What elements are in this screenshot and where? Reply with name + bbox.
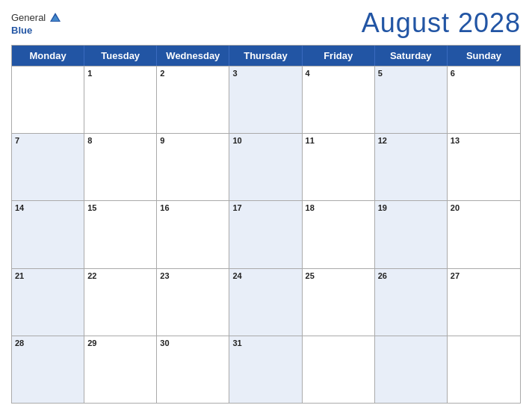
cal-cell: 6: [448, 67, 520, 133]
header-day-wednesday: Wednesday: [157, 46, 229, 66]
calendar-body: 0123456789101112131415161718192021222324…: [12, 66, 520, 403]
calendar: MondayTuesdayWednesdayThursdayFridaySatu…: [11, 45, 521, 404]
day-number: 3: [229, 67, 301, 80]
cal-cell: 24: [229, 269, 302, 336]
day-number: 28: [12, 336, 84, 350]
cal-cell: 0: [448, 336, 520, 403]
day-number: 24: [229, 269, 301, 282]
cal-cell: 19: [375, 201, 448, 268]
day-number: 13: [448, 134, 520, 147]
cal-cell: 23: [157, 269, 229, 336]
month-title: August 2028: [362, 7, 521, 39]
header-day-sunday: Sunday: [448, 46, 520, 66]
day-number: 21: [12, 269, 84, 282]
day-number: 14: [12, 201, 84, 214]
cal-cell: 0: [303, 336, 375, 403]
page: General Blue August 2028 MondayTuesdayWe…: [0, 0, 532, 411]
logo-general-text: General: [11, 12, 46, 23]
header-day-friday: Friday: [303, 46, 375, 66]
cal-cell: 0: [12, 67, 84, 133]
day-number: 31: [229, 336, 301, 350]
header-day-thursday: Thursday: [229, 46, 302, 66]
header-day-saturday: Saturday: [375, 46, 448, 66]
cal-cell: 29: [84, 336, 157, 403]
cal-cell: 7: [12, 134, 84, 200]
cal-cell: 17: [229, 201, 302, 268]
day-number: 27: [448, 269, 520, 282]
day-number: 12: [375, 134, 447, 147]
day-number: 26: [375, 269, 447, 282]
day-number: 25: [303, 269, 374, 282]
day-number: 5: [375, 67, 447, 80]
logo-blue-text: Blue: [11, 25, 32, 36]
day-number: 11: [303, 134, 374, 147]
day-number: 17: [229, 201, 301, 214]
day-number: 20: [448, 201, 520, 214]
day-number: 2: [157, 67, 229, 80]
cal-cell: 14: [12, 201, 84, 268]
day-number: 30: [157, 336, 229, 350]
cal-cell: 11: [303, 134, 375, 200]
cal-cell: 27: [448, 269, 520, 336]
day-number: 23: [157, 269, 229, 282]
cal-cell: 22: [84, 269, 157, 336]
day-number: 15: [84, 201, 156, 214]
day-number: 19: [375, 201, 447, 214]
cal-cell: 21: [12, 269, 84, 336]
day-number: 16: [157, 201, 229, 214]
week-row-5: 28293031000: [12, 336, 520, 403]
header: General Blue August 2028: [11, 7, 521, 39]
cal-cell: 4: [303, 67, 375, 133]
cal-cell: 0: [375, 336, 448, 403]
logo: General Blue: [11, 11, 62, 36]
cal-cell: 5: [375, 67, 448, 133]
cal-cell: 15: [84, 201, 157, 268]
week-row-1: 0123456: [12, 66, 520, 133]
week-row-2: 78910111213: [12, 133, 520, 200]
cal-cell: 20: [448, 201, 520, 268]
cal-cell: 12: [375, 134, 448, 200]
cal-cell: 10: [229, 134, 302, 200]
logo-icon: [49, 11, 62, 25]
cal-cell: 3: [229, 67, 302, 133]
header-day-monday: Monday: [12, 46, 84, 66]
cal-cell: 2: [157, 67, 229, 133]
cal-cell: 25: [303, 269, 375, 336]
day-number: 8: [84, 134, 156, 147]
day-number: 29: [84, 336, 156, 350]
cal-cell: 1: [84, 67, 157, 133]
day-number: 1: [84, 67, 156, 80]
cal-cell: 30: [157, 336, 229, 403]
day-number: 9: [157, 134, 229, 147]
cal-cell: 28: [12, 336, 84, 403]
week-row-3: 14151617181920: [12, 200, 520, 268]
day-number: 22: [84, 269, 156, 282]
cal-cell: 16: [157, 201, 229, 268]
cal-cell: 31: [229, 336, 302, 403]
day-number: 10: [229, 134, 301, 147]
day-number: 7: [12, 134, 84, 147]
calendar-header: MondayTuesdayWednesdayThursdayFridaySatu…: [12, 46, 520, 66]
cal-cell: 8: [84, 134, 157, 200]
cal-cell: 9: [157, 134, 229, 200]
day-number: 6: [448, 67, 520, 80]
cal-cell: 18: [303, 201, 375, 268]
day-number: 18: [303, 201, 374, 214]
cal-cell: 26: [375, 269, 448, 336]
header-day-tuesday: Tuesday: [84, 46, 157, 66]
cal-cell: 13: [448, 134, 520, 200]
day-number: 4: [303, 67, 374, 80]
week-row-4: 21222324252627: [12, 268, 520, 336]
